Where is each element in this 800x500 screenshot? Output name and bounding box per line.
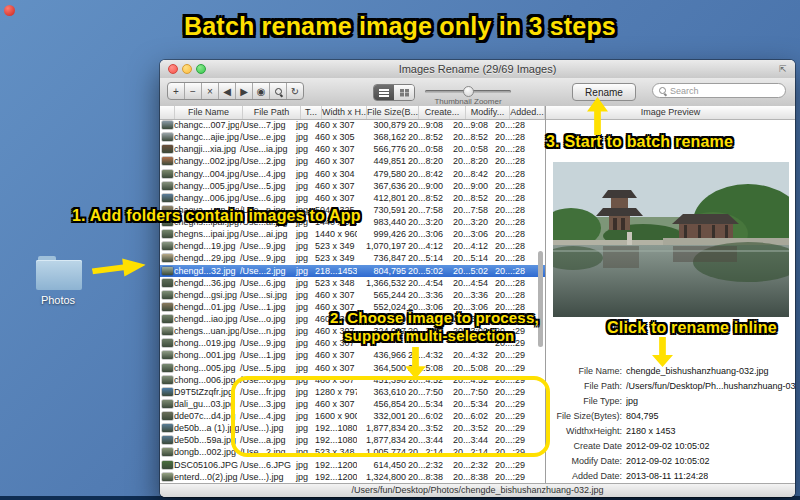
detail-row: Added Date:2013-08-11 11:24:28 xyxy=(546,468,795,483)
table-row[interactable]: DSC05106.JPG/Use...6.JPGjpg192...1200614… xyxy=(160,459,545,471)
detail-value[interactable]: chengde_bishushanzhuang-032.jpg xyxy=(626,366,769,376)
delete-button[interactable]: × xyxy=(202,83,219,99)
cell-modify: 20...2:32 xyxy=(452,460,494,470)
cell-dims: 523 x 349 xyxy=(314,241,357,251)
detail-row: Create Date2012-09-02 10:05:02 xyxy=(546,438,795,453)
file-thumbnail xyxy=(162,315,173,323)
cell-create: 20...7:58 xyxy=(407,205,452,215)
refresh-button[interactable]: ↻ xyxy=(287,83,303,99)
detail-value[interactable]: 2013-08-11 11:24:28 xyxy=(626,471,708,481)
thumbnail-zoomer-label: Thumbnail Zoomer xyxy=(405,97,531,106)
cell-name: chong...019.jpg xyxy=(173,338,239,348)
table-row[interactable]: changc...ajie.jpg/Use...e.jpgjpg460 x 30… xyxy=(160,131,545,143)
file-thumbnail xyxy=(162,230,173,238)
cell-size: 1,324,800 xyxy=(357,472,407,482)
photos-folder-icon[interactable] xyxy=(36,256,82,290)
cell-type: jpg xyxy=(295,156,314,166)
cell-added: 20...:28 xyxy=(494,205,527,215)
cell-dims: 460 x 307 xyxy=(314,290,357,300)
file-thumbnail xyxy=(162,121,173,129)
table-row[interactable]: changy...004.jpg/Use...4.jpgjpg460 x 304… xyxy=(160,168,545,180)
fullscreen-icon[interactable]: ⇱ xyxy=(779,64,789,74)
cell-type: jpg xyxy=(295,460,314,470)
cell-create: 20...8:38 xyxy=(407,472,452,482)
detail-value[interactable]: /Users/fun/Desktop/Ph...hushanzhuang-032… xyxy=(626,381,795,391)
column-header[interactable]: T... xyxy=(301,106,322,119)
detail-value[interactable]: 2012-09-02 10:05:02 xyxy=(626,456,710,466)
cell-modify: 20...5:14 xyxy=(452,253,494,263)
annotation-step3: 3. Start to batch rename xyxy=(546,133,733,151)
table-row[interactable]: chengd...gsi.jpg/Use...si.jpgjpg460 x 30… xyxy=(160,289,545,301)
search-input[interactable]: Search xyxy=(652,83,786,98)
file-thumbnail xyxy=(162,376,173,384)
cell-modify: 20...3:36 xyxy=(452,290,494,300)
toolbar-button-group: +−×◀▶◉↻ xyxy=(167,82,304,100)
detail-value[interactable]: 804,795 xyxy=(626,411,659,421)
column-header[interactable]: Added... xyxy=(510,106,545,119)
table-row[interactable]: changc...007.jpg/Use...7.jpgjpg460 x 307… xyxy=(160,119,545,131)
slider-knob[interactable] xyxy=(463,86,474,97)
cell-create: 20...4:54 xyxy=(407,278,452,288)
cell-create: 20...8:52 xyxy=(407,193,452,203)
detail-value[interactable]: 2012-09-02 10:05:02 xyxy=(626,441,710,451)
table-row[interactable]: changy...002.jpg/Use...2.jpgjpg460 x 307… xyxy=(160,155,545,167)
cell-create: 20...2:32 xyxy=(407,460,452,470)
cell-dims: 460 x 307 xyxy=(314,120,357,130)
detail-label: Added Date: xyxy=(546,471,622,481)
cell-path: /Use...7.jpg xyxy=(239,120,295,130)
cell-size: 566,776 xyxy=(357,144,407,154)
next-button[interactable]: ▶ xyxy=(236,83,253,99)
list-view-button[interactable] xyxy=(374,85,394,100)
toolbar: +−×◀▶◉↻ Thumbnail Zoomer Rename Search xyxy=(160,78,795,107)
title-bar[interactable]: Images Rename (29/69 Images) ⇱ xyxy=(160,60,795,79)
cell-path: /Use...si.jpg xyxy=(239,290,295,300)
table-row[interactable]: chegns...ipai.jpg/Use...ai.jpgjpg1440 x … xyxy=(160,228,545,240)
cell-dims: 460 x 304 xyxy=(314,169,357,179)
table-row[interactable]: changy...005.jpg/Use...5.jpgjpg460 x 307… xyxy=(160,180,545,192)
prev-button[interactable]: ◀ xyxy=(219,83,236,99)
cell-name: enterd...0(2).jpg xyxy=(173,472,239,482)
column-header[interactable]: Width x H... xyxy=(322,106,367,119)
rename-button[interactable]: Rename xyxy=(572,83,636,101)
table-scrollbar[interactable] xyxy=(538,251,543,347)
cell-type: jpg xyxy=(295,132,314,142)
table-row[interactable]: chong...001.jpg/Use...1.jpgjpg460 x 3074… xyxy=(160,349,545,361)
thumbnail-zoomer-slider[interactable] xyxy=(425,90,511,93)
table-row[interactable]: chengd...29.jpg/Use...9.jpgjpg523 x 3497… xyxy=(160,252,545,264)
table-row-selected[interactable]: chengd...32.jpg/Use...2.jpgjpg218...1453… xyxy=(160,265,545,277)
file-thumbnail xyxy=(162,473,173,481)
column-header[interactable]: Modify... xyxy=(466,106,510,119)
table-row[interactable]: chengd...36.jpg/Use...6.jpgjpg523 x 3481… xyxy=(160,277,545,289)
search-button[interactable] xyxy=(270,83,287,99)
detail-value[interactable]: 2180 x 1453 xyxy=(626,426,676,436)
cell-modify: 20...4:12 xyxy=(452,241,494,251)
table-row[interactable]: changji...xia.jpg/Use...ia.jpgjpg460 x 3… xyxy=(160,143,545,155)
add-button[interactable]: + xyxy=(168,83,185,99)
column-header[interactable]: File Path xyxy=(243,106,301,119)
column-header[interactable]: File Name xyxy=(175,106,243,119)
remove-button[interactable]: − xyxy=(185,83,202,99)
search-icon xyxy=(659,87,666,94)
cell-dims: 460 x 305 xyxy=(314,132,357,142)
cell-create: 20...3:06 xyxy=(407,229,452,239)
table-row[interactable]: chengd...19.jpg/Use...9.jpgjpg523 x 3491… xyxy=(160,240,545,252)
cell-name: DSC05106.JPG xyxy=(173,460,239,470)
detail-row: File Size(Bytes):804,795 xyxy=(546,408,795,423)
cell-modify: 20...4:32 xyxy=(452,350,494,360)
file-thumbnail xyxy=(162,388,173,396)
cell-added: 20...:29 xyxy=(494,460,527,470)
detail-value[interactable]: jpg xyxy=(626,396,638,406)
cell-added: 20...:28 xyxy=(494,193,527,203)
preview-button[interactable]: ◉ xyxy=(253,83,270,99)
column-header-icon[interactable] xyxy=(160,106,175,119)
column-header[interactable]: File Size(B... xyxy=(367,106,419,119)
table-row[interactable]: enterd...0(2).jpg/Use...).jpgjpg192...12… xyxy=(160,471,545,483)
cell-name: changy...002.jpg xyxy=(173,156,239,166)
table-row[interactable]: chong...005.jpg/Use...5.jpgjpg460 x 3073… xyxy=(160,362,545,374)
table-row[interactable]: changy...006.jpg/Use...6.jpgjpg460 x 307… xyxy=(160,192,545,204)
cell-path: /Use...6.jpg xyxy=(239,278,295,288)
detail-label: File Size(Bytes): xyxy=(546,411,622,421)
column-header[interactable]: Create... xyxy=(419,106,466,119)
cell-name: chengd...32.jpg xyxy=(173,266,239,276)
folder-arrow-icon xyxy=(91,253,148,283)
